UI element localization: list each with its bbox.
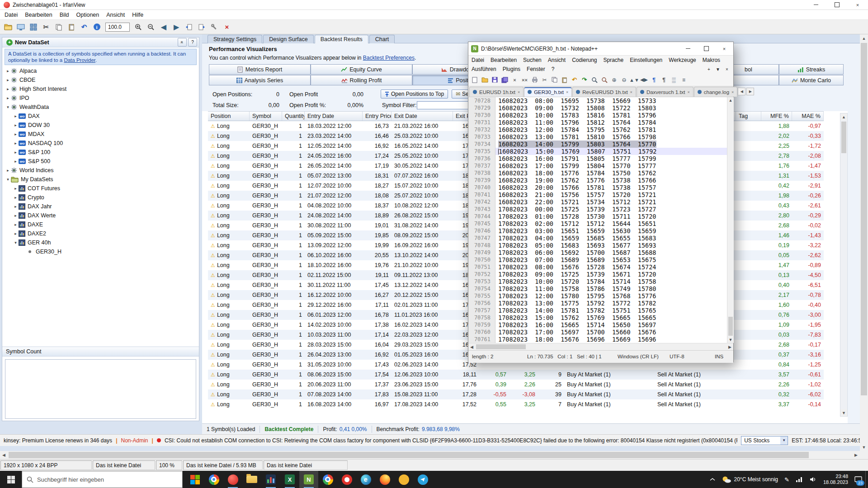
last-image-icon[interactable] <box>196 21 208 33</box>
sync-scroll-h-icon[interactable]: ◀▶ <box>639 75 649 84</box>
expand-icon[interactable]: ▸ <box>13 132 19 136</box>
open-folder-icon[interactable] <box>2 21 14 33</box>
taskbar-app-java[interactable] <box>394 471 413 488</box>
copy-icon[interactable] <box>550 75 559 84</box>
npp-menu-bearbeiten[interactable]: Bearbeiten <box>487 57 520 63</box>
market-dropdown[interactable]: US Stocks ▼ <box>741 436 788 445</box>
menu-bearbeiten[interactable]: Bearbeiten <box>21 12 56 18</box>
editor-line[interactable]: 7072916082023 09:00 15732 15808 15722 15… <box>468 104 727 112</box>
taskbar-app-windows-photos[interactable] <box>185 471 204 488</box>
npp-menu-einstellungen[interactable]: Einstellungen <box>627 57 665 63</box>
collapse-icon[interactable]: ▾ <box>5 105 11 109</box>
editor-line[interactable]: 7073216082023 12:00 15784 15795 15762 15… <box>468 126 727 133</box>
editor-line[interactable]: 7074417082023 01:00 15728 15730 15711 15… <box>468 213 727 220</box>
tree-item-s-p-500[interactable]: ▸woS&P 500 <box>2 157 199 166</box>
data-provider-link[interactable]: Data Provider <box>64 57 95 63</box>
close-tab-icon[interactable]: × <box>518 90 520 94</box>
tab-design-surface[interactable]: Design Surface <box>263 35 313 43</box>
find-icon[interactable] <box>590 75 599 84</box>
expand-icon[interactable]: ▸ <box>13 195 19 200</box>
taskbar-clock[interactable]: 23:48 18.08.2023 <box>820 471 851 488</box>
table-row[interactable]: ⚠LongGER30_H116.08.2023 14:0016,9717.08.… <box>208 399 824 409</box>
properties-info-icon[interactable]: i <box>91 21 103 33</box>
column-header-entry-price[interactable]: Entry Price <box>363 112 392 121</box>
editor-line[interactable]: 7075417082023 11:00 15758 15786 15749 15… <box>468 285 727 292</box>
visualizer-tab-monte-carlo[interactable]: Monte Carlo <box>779 75 844 85</box>
editor-line[interactable]: 7075517082023 12:00 15780 15795 15768 15… <box>468 292 727 300</box>
undo-icon[interactable]: ↶ <box>570 75 579 84</box>
panel-splitter[interactable] <box>199 34 202 446</box>
save-icon[interactable] <box>490 75 500 84</box>
collapse-icon[interactable]: ▾ <box>5 177 11 182</box>
scroll-right-icon[interactable]: ▶ <box>726 343 733 350</box>
editor-line[interactable]: 7073016082023 10:00 15783 15816 15781 15… <box>468 112 727 119</box>
npp-menu-plugins[interactable]: Plugins <box>500 66 524 72</box>
editor-line[interactable]: 7074517082023 02:00 15712 15712 15644 15… <box>468 220 727 227</box>
tree-item-ger-40h[interactable]: ▾GER 40h <box>2 238 199 247</box>
column-header-symbol[interactable]: Symbol <box>250 112 282 121</box>
menu-bild[interactable]: Bild <box>56 12 73 18</box>
previous-image-icon[interactable]: ◀ <box>158 21 170 33</box>
thumbnails-icon[interactable] <box>28 21 39 33</box>
tree-item-s-p-100[interactable]: ▸woS&P 100 <box>2 148 199 157</box>
expand-icon[interactable]: ▸ <box>13 231 19 236</box>
tree-item-cboe[interactable]: ▸CBOE <box>2 75 199 84</box>
editor-line[interactable]: 7075317082023 10:00 15720 15784 15714 15… <box>468 278 727 285</box>
toolbar-close-icon[interactable]: × <box>723 66 731 73</box>
tab-scroll-right-icon[interactable]: ▶ <box>746 88 754 95</box>
editor-line[interactable]: 7074016082023 20:00 15766 15781 15738 15… <box>468 184 727 191</box>
tree-item-dax-werte[interactable]: ▸DAX Werte <box>2 211 199 220</box>
editor-line[interactable]: 7073416082023 14:00 15799 15803 15764 15… <box>468 141 727 148</box>
scroll-right-icon[interactable]: ▶ <box>852 451 860 459</box>
expand-icon[interactable]: ▸ <box>13 204 19 209</box>
tree-item-my-datasets[interactable]: ▾My DataSets <box>2 175 199 184</box>
tree-item-crypto[interactable]: ▸Crypto <box>2 193 199 202</box>
tree-item-high-short-interest[interactable]: ▸High Short Interest <box>2 84 199 94</box>
expand-icon[interactable]: ▸ <box>13 159 19 164</box>
scrollbar-thumb[interactable] <box>841 122 846 153</box>
scrollbar-thumb[interactable] <box>861 43 867 395</box>
editor-line[interactable]: 7073516082023 15:00 15769 15807 15751 15… <box>468 148 727 155</box>
editor-line[interactable]: 7073316082023 13:00 15781 15810 15766 15… <box>468 133 727 141</box>
show-desktop-button[interactable] <box>865 471 868 488</box>
minimize-button[interactable] <box>806 0 826 9</box>
paste-icon[interactable] <box>560 75 569 84</box>
taskbar-app-opera[interactable] <box>337 471 356 488</box>
redo-icon[interactable]: ↷ <box>580 75 589 84</box>
symbol-count-list[interactable] <box>5 359 196 419</box>
editor-line[interactable]: 7074216082023 22:00 15721 15734 15712 15… <box>468 198 727 206</box>
maximize-button[interactable] <box>697 42 715 55</box>
scroll-down-icon[interactable]: ▼ <box>860 443 868 451</box>
editor-horizontal-scrollbar[interactable]: ◀ ▶ <box>468 343 733 350</box>
volume-tray-icon[interactable] <box>806 471 820 488</box>
editor-line[interactable]: 7074717082023 04:00 15659 15685 15655 15… <box>468 235 727 242</box>
expand-icon[interactable]: ▸ <box>5 168 11 173</box>
function-list-icon[interactable]: ≡ <box>679 75 689 84</box>
close-tab-icon[interactable]: × <box>688 90 690 94</box>
editor-line[interactable]: 7073716082023 17:00 15799 15804 15770 15… <box>468 162 727 169</box>
maximize-button[interactable] <box>826 0 847 9</box>
visualizer-tab-metrics-report[interactable]: Metrics Report <box>209 64 311 75</box>
new-file-icon[interactable] <box>470 75 480 84</box>
tree-item-alpaca[interactable]: ▸Alpaca <box>2 66 199 75</box>
paste-icon[interactable] <box>66 21 77 33</box>
tree-item-wealthdata[interactable]: ▾WealthData <box>2 103 199 112</box>
scroll-left-icon[interactable]: ◀ <box>0 451 8 459</box>
editor-line[interactable]: 7076017082023 17:00 15697 15700 15660 15… <box>468 328 727 336</box>
editor-line[interactable]: 7075117082023 08:00 15676 15728 15674 15… <box>468 263 727 271</box>
scroll-up-icon[interactable]: ▲ <box>727 97 734 103</box>
tree-item-mdax[interactable]: ▸woMDAX <box>2 130 199 139</box>
collapse-icon[interactable]: ▾ <box>13 240 19 245</box>
close-button[interactable]: × <box>715 42 733 55</box>
taskbar-app-irfanview[interactable] <box>223 471 242 488</box>
npp-menu-suchen[interactable]: Suchen <box>520 57 545 63</box>
expand-icon[interactable]: ▸ <box>13 123 19 127</box>
weather-widget[interactable]: 20°C Meist sonnig <box>718 471 782 488</box>
scroll-up-icon[interactable]: ▲ <box>840 113 847 120</box>
editor-line[interactable]: 7074116082023 21:00 15756 15757 15720 15… <box>468 191 727 198</box>
editor-line[interactable]: 7075217082023 09:00 15725 15739 15671 15… <box>468 271 727 278</box>
taskbar-app-chrome[interactable] <box>204 471 223 488</box>
tab-strategy-settings[interactable]: Strategy Settings <box>208 35 262 43</box>
editor-line[interactable]: 7073116082023 11:00 15796 15812 15764 15… <box>468 119 727 126</box>
editor-vertical-scrollbar[interactable]: ▲ ▼ <box>727 97 734 343</box>
